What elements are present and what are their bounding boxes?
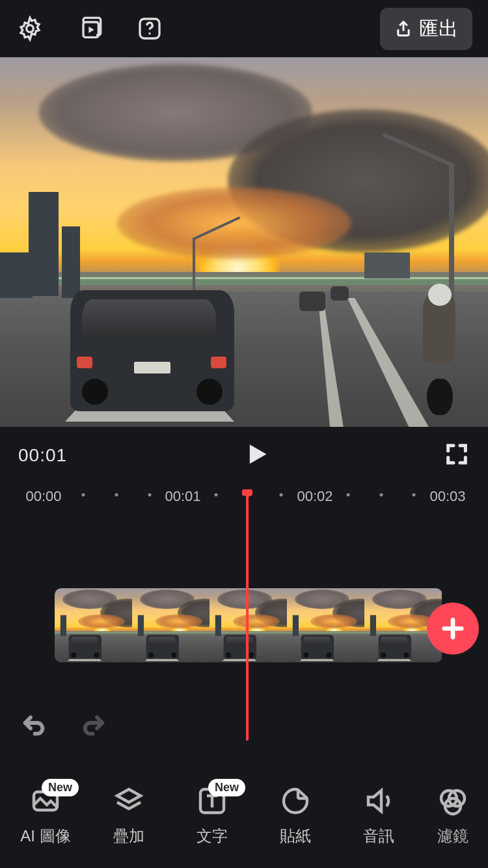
ruler-dot: [413, 493, 416, 496]
timeline[interactable]: [0, 511, 488, 746]
clip-thumbnail[interactable]: [287, 588, 364, 662]
svg-point-0: [27, 25, 34, 33]
ruler-tick: 00:02: [297, 488, 332, 505]
overlay-icon: [113, 785, 144, 817]
ruler-dot: [280, 493, 283, 496]
new-badge: New: [42, 779, 79, 796]
ruler-tick: 00:01: [165, 488, 200, 505]
fullscreen-icon: [444, 441, 470, 467]
redo-button[interactable]: [78, 713, 109, 742]
tool-audio[interactable]: 音訊: [337, 785, 420, 847]
tool-label: 音訊: [363, 826, 394, 847]
fullscreen-button[interactable]: [444, 441, 470, 470]
audio-icon: [363, 785, 394, 817]
bottom-toolbar: New AI 圖像 疊加 New 文字 貼紙 音訊 濾鏡: [0, 764, 488, 868]
tool-filter[interactable]: 濾鏡: [420, 785, 485, 847]
ruler-dot: [380, 493, 383, 496]
tool-text[interactable]: New 文字: [170, 785, 254, 847]
clip-thumbnail[interactable]: [55, 588, 132, 662]
export-button[interactable]: 匯出: [380, 8, 472, 50]
timeline-ruler[interactable]: 00:00 00:01 00:02 00:03: [0, 484, 488, 511]
current-time: 00:01: [18, 445, 67, 466]
tool-label: 疊加: [113, 826, 144, 847]
ruler-dot: [115, 493, 118, 496]
add-clip-button[interactable]: [427, 603, 479, 655]
tool-sticker[interactable]: 貼紙: [254, 785, 337, 847]
svg-point-3: [148, 33, 150, 34]
gear-icon: [17, 16, 43, 42]
help-button[interactable]: [135, 14, 164, 43]
playhead[interactable]: [246, 492, 249, 740]
clip-thumbnail[interactable]: [132, 588, 210, 662]
help-icon: [137, 16, 163, 42]
ruler-dot: [215, 493, 218, 496]
settings-button[interactable]: [16, 14, 44, 43]
play-button[interactable]: [241, 440, 270, 471]
top-bar-left: [16, 14, 164, 43]
tool-label: 文字: [197, 826, 228, 847]
undo-button[interactable]: [18, 713, 49, 742]
tool-label: 貼紙: [280, 826, 311, 847]
projects-button[interactable]: [75, 14, 104, 43]
undo-icon: [18, 713, 49, 739]
playback-controls: 00:01: [0, 427, 488, 484]
top-bar: 匯出: [0, 0, 488, 57]
new-badge: New: [208, 779, 245, 796]
tool-label: 濾鏡: [437, 826, 468, 847]
share-icon: [394, 20, 413, 38]
video-preview[interactable]: [0, 57, 488, 427]
clip-track[interactable]: [55, 588, 442, 662]
ruler-dot: [82, 493, 85, 496]
history-controls: [18, 713, 109, 742]
ruler-tick: 00:00: [25, 488, 61, 505]
tool-ai-image[interactable]: New AI 圖像: [4, 785, 87, 847]
filter-icon: [437, 785, 468, 817]
ruler-tick: 00:03: [429, 488, 465, 505]
layers-play-icon: [77, 16, 103, 42]
ruler-dot: [148, 493, 152, 496]
ruler-dot: [347, 493, 350, 496]
redo-icon: [78, 713, 109, 739]
preview-frame: [0, 57, 488, 427]
sticker-icon: [280, 785, 311, 817]
tool-overlay[interactable]: 疊加: [87, 785, 170, 847]
export-label: 匯出: [419, 16, 458, 42]
plus-icon: [440, 616, 466, 642]
play-icon: [241, 440, 270, 468]
tool-label: AI 圖像: [20, 826, 70, 847]
